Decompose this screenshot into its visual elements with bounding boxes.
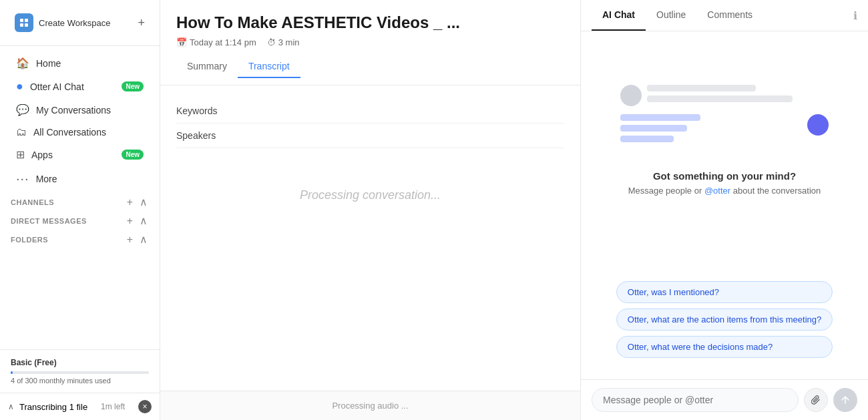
channels-label: CHANNELS bbox=[11, 198, 54, 206]
chat-placeholder: Got something on your mind? Message peop… bbox=[594, 85, 855, 196]
sidebar-item-more-label: More bbox=[36, 174, 57, 184]
sidebar-item-all-conversations[interactable]: 🗂 All Conversations bbox=[5, 122, 154, 143]
sidebar-item-otter-ai-chat-label: Otter AI Chat bbox=[30, 81, 84, 92]
chevron-up-icon[interactable]: ∧ bbox=[8, 402, 14, 411]
dm-add-button[interactable]: + bbox=[126, 216, 134, 226]
speakers-row: Speakers bbox=[176, 124, 564, 148]
tab-comments[interactable]: Comments bbox=[696, 0, 763, 31]
transcribing-label: Transcribing 1 file bbox=[19, 402, 87, 412]
placeholder-line-1 bbox=[647, 85, 756, 91]
right-panel: AI Chat Outline Comments ℹ bbox=[581, 0, 868, 420]
chat-input[interactable] bbox=[592, 388, 799, 412]
placeholder-bubble-2 bbox=[620, 114, 829, 142]
tab-ai-chat[interactable]: AI Chat bbox=[592, 0, 646, 31]
placeholder-bubble-1 bbox=[620, 85, 829, 106]
progress-bar-fill bbox=[11, 371, 13, 374]
sidebar-nav: 🏠 Home ● Otter AI Chat New 💬 My Conversa… bbox=[0, 46, 160, 349]
svg-rect-3 bbox=[25, 23, 28, 27]
create-workspace-button[interactable]: Create Workspace + bbox=[8, 8, 152, 37]
sidebar-top: Create Workspace + bbox=[0, 0, 160, 46]
svg-rect-2 bbox=[20, 23, 23, 27]
sidebar-item-apps[interactable]: ⊞ Apps New bbox=[5, 144, 154, 166]
home-icon: 🏠 bbox=[16, 57, 29, 69]
send-icon bbox=[841, 395, 850, 405]
suggestion-chip-1[interactable]: Otter, was I mentioned? bbox=[616, 281, 833, 303]
sidebar-item-more[interactable]: ··· More bbox=[5, 166, 154, 191]
channels-add-button[interactable]: + bbox=[126, 197, 134, 208]
otter-handle-link[interactable]: @otter bbox=[704, 186, 730, 196]
placeholder-line-4 bbox=[620, 125, 687, 132]
duration-value: 3 min bbox=[278, 37, 300, 47]
right-tabs: AI Chat Outline Comments ℹ bbox=[581, 0, 868, 31]
sidebar-footer: Basic (Free) 4 of 300 monthly minutes us… bbox=[0, 349, 160, 393]
got-something-title: Got something on your mind? bbox=[628, 170, 821, 182]
folders-section-header: FOLDERS + ∧ bbox=[0, 229, 160, 248]
chat-area: Got something on your mind? Message peop… bbox=[581, 31, 868, 379]
progress-bar-bg bbox=[11, 371, 149, 374]
sidebar-item-otter-ai-chat[interactable]: ● Otter AI Chat New bbox=[5, 75, 154, 98]
main-header: How To Make AESTHETIC Videos _ ... 📅 Tod… bbox=[160, 0, 580, 85]
bubble-lines-1 bbox=[647, 85, 829, 106]
workspace-icon bbox=[15, 13, 33, 32]
add-workspace-icon[interactable]: + bbox=[138, 17, 145, 29]
sidebar-item-home[interactable]: 🏠 Home bbox=[5, 52, 154, 74]
got-something-desc: Message people or @otter about the conve… bbox=[628, 186, 821, 196]
audio-processing-text: Processing audio ... bbox=[332, 401, 408, 411]
chat-input-row bbox=[581, 379, 868, 420]
avatar-placeholder-1 bbox=[620, 85, 642, 106]
plan-label: Basic (Free) bbox=[11, 358, 149, 367]
tab-summary[interactable]: Summary bbox=[176, 55, 238, 78]
main-content: How To Make AESTHETIC Videos _ ... 📅 Tod… bbox=[160, 0, 581, 420]
sidebar-item-my-conversations[interactable]: 💬 My Conversations bbox=[5, 99, 154, 121]
sidebar-item-home-label: Home bbox=[36, 58, 61, 69]
transcribing-left: ∧ Transcribing 1 file bbox=[8, 402, 87, 412]
page-title: How To Make AESTHETIC Videos _ ... bbox=[176, 13, 564, 32]
keywords-label: Keywords bbox=[176, 106, 230, 116]
minutes-used: 4 of 300 monthly minutes used bbox=[11, 377, 149, 385]
folders-add-button[interactable]: + bbox=[126, 234, 134, 245]
date-value: Today at 1:14 pm bbox=[190, 37, 256, 47]
dm-collapse-button[interactable]: ∧ bbox=[138, 216, 149, 226]
transcript-area: Keywords Speakers Processing conversatio… bbox=[160, 85, 580, 391]
transcribing-bar: ∧ Transcribing 1 file 1m left × bbox=[0, 393, 160, 420]
channels-collapse-button[interactable]: ∧ bbox=[138, 197, 149, 208]
direct-messages-label: DIRECT MESSAGES bbox=[11, 217, 87, 225]
folders-actions: + ∧ bbox=[126, 234, 149, 245]
all-conversations-icon: 🗂 bbox=[16, 126, 27, 138]
processing-message: Processing conversation... bbox=[176, 188, 564, 202]
tab-transcript[interactable]: Transcript bbox=[238, 55, 300, 78]
conversations-icon: 💬 bbox=[16, 103, 29, 116]
tab-outline[interactable]: Outline bbox=[646, 0, 696, 31]
placeholder-line-3 bbox=[620, 114, 700, 121]
placeholder-line-5 bbox=[620, 136, 674, 142]
channels-actions: + ∧ bbox=[126, 197, 149, 208]
attach-icon-button[interactable] bbox=[804, 388, 828, 412]
audio-bar: Processing audio ... bbox=[160, 391, 580, 420]
folders-collapse-button[interactable]: ∧ bbox=[138, 234, 149, 245]
sidebar: Create Workspace + 🏠 Home ● Otter AI Cha… bbox=[0, 0, 160, 420]
otter-icon: ● bbox=[16, 79, 23, 93]
apps-icon: ⊞ bbox=[16, 148, 25, 161]
more-icon: ··· bbox=[16, 171, 29, 186]
sidebar-item-apps-label: Apps bbox=[31, 150, 53, 160]
message-prompt-text: Message people or bbox=[628, 186, 704, 196]
folders-label: FOLDERS bbox=[11, 236, 48, 244]
avatar-placeholder-2 bbox=[807, 114, 829, 136]
otter-ai-chat-badge: New bbox=[122, 81, 144, 91]
bubble-lines-2 bbox=[620, 114, 802, 142]
about-conversation: about the conversation bbox=[733, 186, 821, 196]
speakers-label: Speakers bbox=[176, 130, 230, 141]
channels-section-header: CHANNELS + ∧ bbox=[0, 192, 160, 210]
svg-rect-1 bbox=[25, 19, 28, 22]
suggestion-chip-2[interactable]: Otter, what are the action items from th… bbox=[616, 308, 833, 331]
got-something-section: Got something on your mind? Message peop… bbox=[628, 170, 821, 196]
sidebar-item-my-conversations-label: My Conversations bbox=[36, 105, 111, 116]
transcribing-close-button[interactable]: × bbox=[138, 400, 152, 413]
send-button[interactable] bbox=[833, 388, 857, 412]
duration-meta: ⏱ 3 min bbox=[267, 37, 300, 47]
keywords-row: Keywords bbox=[176, 99, 564, 124]
date-meta: 📅 Today at 1:14 pm bbox=[176, 37, 256, 47]
suggestion-chip-3[interactable]: Otter, what were the decisions made? bbox=[616, 336, 833, 358]
info-icon[interactable]: ℹ bbox=[853, 9, 857, 22]
direct-messages-actions: + ∧ bbox=[126, 216, 149, 226]
